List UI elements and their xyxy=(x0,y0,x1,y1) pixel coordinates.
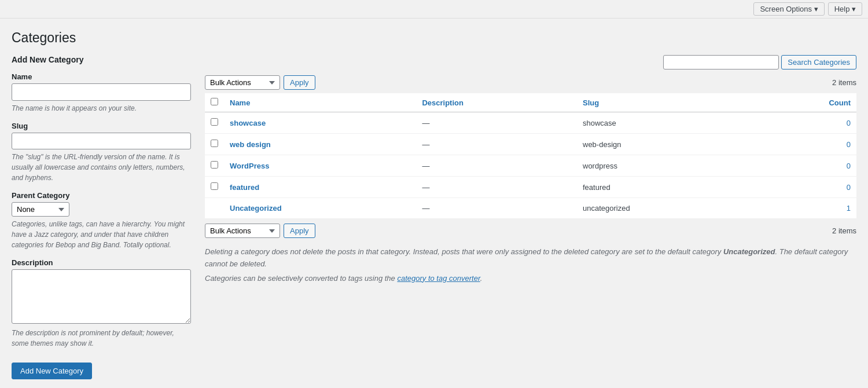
row-count-cell: 1 xyxy=(755,198,856,219)
row-slug-cell: web-design xyxy=(577,134,755,155)
slug-input[interactable] xyxy=(12,133,191,150)
row-name-cell: web design xyxy=(224,134,416,155)
slug-hint: The "slug" is the URL-friendly version o… xyxy=(12,152,191,183)
row-description-cell: — xyxy=(416,112,577,134)
table-row: Uncategorized — uncategorized 1 xyxy=(205,198,856,219)
name-field-row: Name The name is how it appears on your … xyxy=(12,72,191,114)
name-label: Name xyxy=(12,72,191,81)
bottom-apply-button[interactable]: Apply xyxy=(284,224,315,238)
items-count-top: 2 items xyxy=(832,78,856,87)
bottom-bulk-actions-select[interactable]: Bulk Actions xyxy=(205,224,280,238)
row-description-cell: — xyxy=(416,134,577,155)
parent-select[interactable]: None xyxy=(12,202,69,217)
category-name-link-2[interactable]: WordPress xyxy=(230,162,269,170)
footer-note-1: Deleting a category does not delete the … xyxy=(205,247,723,256)
description-label: Description xyxy=(12,258,191,267)
row-checkbox-0[interactable] xyxy=(211,118,218,126)
row-checkbox-cell xyxy=(205,198,224,219)
search-bar: Search Categories xyxy=(205,55,856,69)
row-name-cell: showcase xyxy=(224,112,416,134)
category-tag-converter-link[interactable]: category to tag converter xyxy=(397,274,480,283)
footer-note-3: Categories can be selectively converted … xyxy=(205,274,397,283)
add-new-category-button[interactable]: Add New Category xyxy=(12,363,92,379)
select-all-header xyxy=(205,93,224,112)
row-name-cell: featured xyxy=(224,177,416,198)
bottom-bulk-bar: Bulk Actions Apply 2 items xyxy=(205,224,856,238)
row-description-cell: — xyxy=(416,198,577,219)
column-header-name[interactable]: Name xyxy=(224,93,416,112)
row-name-cell: Uncategorized xyxy=(224,198,416,219)
name-input[interactable] xyxy=(12,83,191,101)
row-slug-cell: featured xyxy=(577,177,755,198)
table-row: showcase — showcase 0 xyxy=(205,112,856,134)
slug-label: Slug xyxy=(12,122,191,130)
category-name-link-4[interactable]: Uncategorized xyxy=(230,204,282,213)
description-field-row: Description The description is not promi… xyxy=(12,258,191,349)
search-input[interactable] xyxy=(663,55,779,69)
row-name-cell: WordPress xyxy=(224,155,416,177)
footer-note-4: . xyxy=(480,274,483,283)
row-slug-cell: wordpress xyxy=(577,155,755,177)
top-bulk-bar: Bulk Actions Apply 2 items xyxy=(205,75,856,90)
row-count-cell: 0 xyxy=(755,112,856,134)
row-slug-cell: showcase xyxy=(577,112,755,134)
row-checkbox-cell xyxy=(205,177,224,198)
row-description-cell: — xyxy=(416,155,577,177)
row-count-link-0[interactable]: 0 xyxy=(847,119,851,127)
select-all-checkbox[interactable] xyxy=(211,98,218,105)
category-name-link-3[interactable]: featured xyxy=(230,183,259,192)
row-count-cell: 0 xyxy=(755,155,856,177)
table-row: web design — web-design 0 xyxy=(205,134,856,155)
footer-notes: Deleting a category does not delete the … xyxy=(205,246,856,284)
top-apply-button[interactable]: Apply xyxy=(284,75,315,90)
page-title: Categories xyxy=(12,30,856,46)
column-header-count[interactable]: Count xyxy=(755,93,856,112)
screen-options-button[interactable]: Screen Options ▾ xyxy=(753,2,824,16)
category-table-panel: Search Categories Bulk Actions Apply 2 i… xyxy=(205,55,856,379)
table-row: featured — featured 0 xyxy=(205,177,856,198)
category-name-link-1[interactable]: web design xyxy=(230,140,271,149)
parent-label: Parent Category xyxy=(12,191,191,200)
add-new-section-title: Add New Category xyxy=(12,55,191,64)
row-count-link-1[interactable]: 0 xyxy=(847,140,851,149)
category-name-link-0[interactable]: showcase xyxy=(230,119,266,127)
help-button[interactable]: Help ▾ xyxy=(828,2,862,16)
row-count-link-2[interactable]: 0 xyxy=(847,162,851,170)
row-checkbox-1[interactable] xyxy=(211,140,218,147)
row-slug-cell: uncategorized xyxy=(577,198,755,219)
description-textarea[interactable] xyxy=(12,269,191,324)
row-checkbox-cell xyxy=(205,155,224,177)
categories-table: Name Description Slug Count showcase — s… xyxy=(205,93,856,219)
name-hint: The name is how it appears on your site. xyxy=(12,103,191,114)
search-categories-button[interactable]: Search Categories xyxy=(781,55,856,69)
row-checkbox-cell xyxy=(205,134,224,155)
parent-hint: Categories, unlike tags, can have a hier… xyxy=(12,219,191,250)
footer-note-uncategorized: Uncategorized xyxy=(723,247,775,256)
row-count-cell: 0 xyxy=(755,134,856,155)
add-category-panel: Add New Category Name The name is how it… xyxy=(12,55,191,379)
row-count-link-3[interactable]: 0 xyxy=(847,183,851,192)
top-bulk-actions-select[interactable]: Bulk Actions xyxy=(205,75,280,90)
row-description-cell: — xyxy=(416,177,577,198)
row-checkbox-3[interactable] xyxy=(211,182,218,190)
row-checkbox-2[interactable] xyxy=(211,161,218,169)
row-count-cell: 0 xyxy=(755,177,856,198)
column-header-slug[interactable]: Slug xyxy=(577,93,755,112)
row-count-link-4[interactable]: 1 xyxy=(847,204,851,213)
items-count-bottom: 2 items xyxy=(832,226,856,235)
row-checkbox-cell xyxy=(205,112,224,134)
parent-category-row: Parent Category None Categories, unlike … xyxy=(12,191,191,250)
table-row: WordPress — wordpress 0 xyxy=(205,155,856,177)
slug-field-row: Slug The "slug" is the URL-friendly vers… xyxy=(12,122,191,184)
column-header-description: Description xyxy=(416,93,577,112)
description-hint: The description is not prominent by defa… xyxy=(12,328,191,349)
